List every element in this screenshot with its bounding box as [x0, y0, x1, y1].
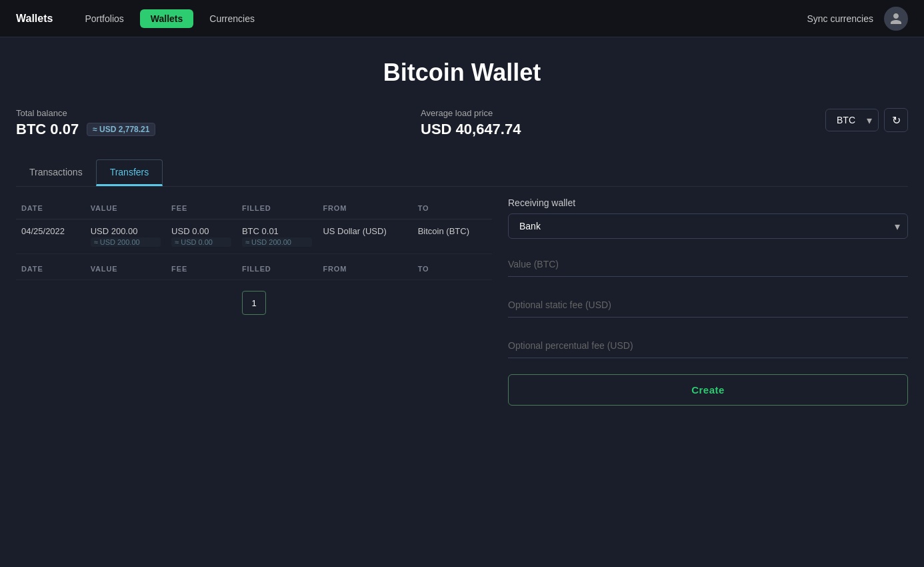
cell-fee: USD 0.00 ≈ USD 0.00 [166, 219, 237, 254]
col-date2: DATE [16, 254, 85, 280]
balance-label: Total balance [16, 108, 421, 118]
table-header: DATE VALUE FEE FILLED FROM TO [16, 197, 492, 219]
table-row: 04/25/2022 USD 200.00 ≈ USD 200.00 USD 0… [16, 219, 492, 254]
cell-from: US Dollar (USD) [317, 219, 412, 254]
tab-transactions[interactable]: Transactions [16, 159, 96, 186]
main-area: DATE VALUE FEE FILLED FROM TO 04/25/2022… [16, 187, 908, 406]
col-from2: FROM [317, 254, 412, 280]
avg-section: Average load price USD 40,647.74 [421, 108, 825, 138]
balance-left: Total balance BTC 0.07 ≈ USD 2,778.21 [16, 108, 421, 138]
value-input[interactable] [508, 252, 908, 277]
refresh-button[interactable]: ↻ [884, 108, 908, 132]
page-content: Bitcoin Wallet Total balance BTC 0.07 ≈ … [0, 37, 924, 422]
static-fee-input[interactable] [508, 293, 908, 318]
col-to: TO [413, 197, 492, 219]
col-date: DATE [16, 197, 85, 219]
cell-filled: BTC 0.01 ≈ USD 200.00 [237, 219, 317, 254]
cell-value: USD 200.00 ≈ USD 200.00 [85, 219, 166, 254]
col-fee2: FEE [166, 254, 237, 280]
tabs: Transactions Transfers [16, 159, 908, 187]
tab-transfers[interactable]: Transfers [96, 159, 163, 186]
cell-date: 04/25/2022 [16, 219, 85, 254]
navbar-links: Portfolios Wallets Currencies [74, 9, 807, 28]
col-from: FROM [317, 197, 412, 219]
balance-btc: BTC 0.07 ≈ USD 2,778.21 [16, 121, 421, 138]
side-form: Receiving wallet Bank Savings Trading Cr… [508, 197, 908, 406]
page-1-button[interactable]: 1 [242, 291, 266, 315]
user-avatar[interactable] [884, 7, 908, 31]
col-to2: TO [413, 254, 492, 280]
currency-select-wrapper: BTC ETH USD [825, 109, 879, 131]
navbar: Wallets Portfolios Wallets Currencies Sy… [0, 0, 924, 37]
fee-main: USD 0.00 [171, 226, 209, 236]
navbar-brand: Wallets [16, 13, 53, 25]
table-section: DATE VALUE FEE FILLED FROM TO 04/25/2022… [16, 197, 492, 406]
value-sub: ≈ USD 200.00 [91, 237, 161, 247]
balance-btc-value: BTC 0.07 [16, 121, 79, 138]
receiving-wallet-wrapper: Bank Savings Trading [508, 213, 908, 239]
col-value: VALUE [85, 197, 166, 219]
filled-main: BTC 0.01 [242, 226, 279, 236]
receiving-wallet-label: Receiving wallet [508, 197, 908, 208]
page-title-section: Bitcoin Wallet [16, 59, 908, 87]
receiving-wallet-select[interactable]: Bank Savings Trading [508, 213, 908, 239]
col-filled2: FILLED [237, 254, 317, 280]
percentual-fee-input[interactable] [508, 334, 908, 358]
avg-value: USD 40,647.74 [421, 121, 825, 138]
pagination: 1 [16, 291, 492, 315]
value-main: USD 200.00 [91, 226, 138, 236]
currency-controls: BTC ETH USD ↻ [825, 108, 908, 132]
balance-row: Total balance BTC 0.07 ≈ USD 2,778.21 Av… [16, 108, 908, 138]
currency-select[interactable]: BTC ETH USD [825, 109, 879, 131]
create-button[interactable]: Create [508, 374, 908, 406]
col-value2: VALUE [85, 254, 166, 280]
col-filled: FILLED [237, 197, 317, 219]
balance-usd-badge: ≈ USD 2,778.21 [87, 123, 155, 136]
nav-portfolios[interactable]: Portfolios [74, 9, 134, 28]
transfers-table: DATE VALUE FEE FILLED FROM TO 04/25/2022… [16, 197, 492, 280]
col-fee: FEE [166, 197, 237, 219]
navbar-right: Sync currencies [807, 7, 908, 31]
fee-sub: ≈ USD 0.00 [171, 237, 231, 247]
nav-currencies[interactable]: Currencies [199, 9, 265, 28]
cell-to: Bitcoin (BTC) [413, 219, 492, 254]
table-row-empty: DATE VALUE FEE FILLED FROM TO [16, 254, 492, 280]
page-title: Bitcoin Wallet [16, 59, 908, 87]
sync-currencies-button[interactable]: Sync currencies [807, 13, 873, 24]
filled-sub: ≈ USD 200.00 [242, 237, 312, 247]
table-body: 04/25/2022 USD 200.00 ≈ USD 200.00 USD 0… [16, 219, 492, 280]
avg-label: Average load price [421, 108, 825, 118]
nav-wallets[interactable]: Wallets [140, 9, 194, 28]
